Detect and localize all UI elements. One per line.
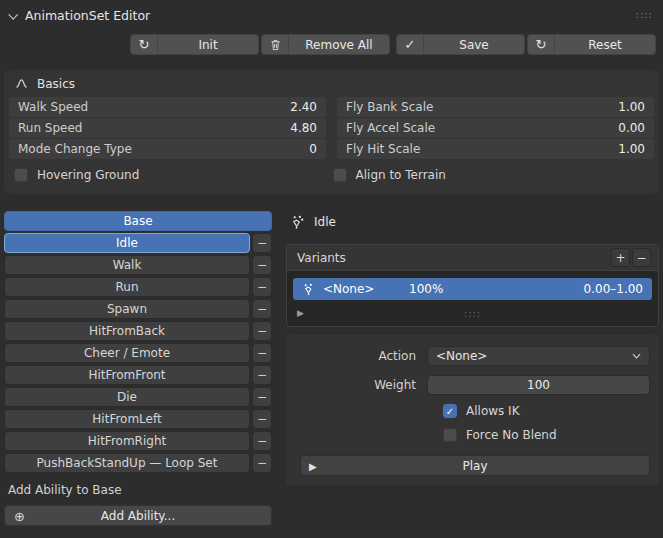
variant-name: <None> [323,282,409,296]
variant-add-button[interactable]: + [611,248,630,267]
anim-list-row: Die − [4,387,272,407]
remove-all-button[interactable]: Remove All [261,34,390,55]
anim-list-row: Idle − [4,233,272,253]
init-button-label: Init [158,35,258,54]
variants-title: Variants [297,251,609,265]
variants-header: Variants + − [287,245,658,271]
save-button-label: Save [424,35,524,54]
anim-item-hitfromfront[interactable]: HitFromFront [4,365,250,385]
remove-item-button[interactable]: − [252,453,272,473]
remove-item-button[interactable]: − [252,255,272,275]
remove-item-button[interactable]: − [252,233,272,253]
save-button[interactable]: ✓ Save [396,34,525,55]
toolbar: ↻ Init Remove All ✓ Save ↻ Reset [0,30,663,55]
field-label: Fly Bank Scale [346,100,433,114]
hovering-ground-checkbox[interactable]: Hovering Ground [14,168,333,182]
checkbox-box [443,428,457,442]
refresh-icon: ↻ [528,35,555,54]
anim-item-spawn[interactable]: Spawn [4,299,250,319]
editor-title: AnimationSet Editor [25,8,150,23]
header-grip-icon[interactable]: :::: [636,10,653,20]
weight-field[interactable]: 100 [427,375,650,395]
fly-bank-scale-field[interactable]: Fly Bank Scale 1.00 [337,97,654,117]
weight-row: Weight 100 [295,375,650,395]
run-speed-field[interactable]: Run Speed 4.80 [9,118,326,138]
anim-item-die[interactable]: Die [4,387,250,407]
refresh-icon: ↻ [131,35,158,54]
anim-list-row: PushBackStandUp — Loop Set − [4,453,272,473]
anim-list-row: HitFromFront − [4,365,272,385]
remove-item-button[interactable]: − [252,321,272,341]
add-ability-section-title: Add Ability to Base [8,483,270,497]
align-to-terrain-checkbox[interactable]: Align to Terrain [333,168,652,182]
add-ability-button-label: Add Ability... [101,509,175,523]
main-area: Base Idle − Walk − Run − Spawn − HitFrom… [0,211,663,526]
basics-header[interactable]: Basics [4,70,659,97]
field-label: Run Speed [18,121,82,135]
anim-item-hitfromback[interactable]: HitFromBack [4,321,250,341]
mode-change-type-field[interactable]: Mode Change Type 0 [9,139,326,159]
reset-button[interactable]: ↻ Reset [527,34,656,55]
action-dropdown-value: <None> [436,349,487,363]
collapse-chevron-icon[interactable] [8,9,18,19]
variant-range: 0.00–1.00 [584,282,643,296]
play-button[interactable]: ▶ Play [300,455,650,476]
anim-item-hitfromleft[interactable]: HitFromLeft [4,409,250,429]
toolbar-group-right: ✓ Save ↻ Reset [396,34,656,55]
detail-header: Idle [286,211,659,233]
remove-item-button[interactable]: − [252,409,272,429]
action-dropdown[interactable]: <None> [427,346,650,366]
remove-item-button[interactable]: − [252,387,272,407]
variant-form-panel: Action <None> Weight 100 ✓ [286,335,659,485]
trash-icon [262,35,289,54]
anim-list-row: Run − [4,277,272,297]
checkbox-box: ✓ [443,404,457,418]
remove-item-button[interactable]: − [252,343,272,363]
anim-list-row: HitFromRight − [4,431,272,451]
check-icon: ✓ [397,35,424,54]
detail-title: Idle [314,215,336,229]
variants-panel: Variants + − <N [286,244,659,327]
play-button-label: Play [462,459,487,473]
basics-fields-right: Fly Bank Scale 1.00 Fly Accel Scale 0.00… [337,97,654,159]
anim-item-cheer-emote[interactable]: Cheer / Emote [4,343,250,363]
anim-list-row: Walk − [4,255,272,275]
remove-item-button[interactable]: − [252,431,272,451]
add-ability-button[interactable]: ⊕ Add Ability... [4,505,272,526]
variants-list-footer: ▶ :::: [287,300,658,326]
anim-item-pushbackstandup[interactable]: PushBackStandUp — Loop Set [4,453,250,473]
anim-item-run[interactable]: Run [4,277,250,297]
walk-speed-field[interactable]: Walk Speed 2.40 [9,97,326,117]
basics-title: Basics [37,77,75,91]
list-resize-grip-icon[interactable]: :::: [464,308,481,319]
basics-icon [15,77,28,90]
allows-ik-checkbox[interactable]: ✓ Allows IK [295,404,650,418]
variant-row[interactable]: <None> 100% 0.00–1.00 [293,278,652,300]
anim-item-walk[interactable]: Walk [4,255,250,275]
pose-icon [290,215,305,230]
basics-checkbox-row: Hovering Ground Align to Terrain [4,159,659,192]
anim-item-idle[interactable]: Idle [4,233,250,253]
animation-detail: Idle Variants + − [286,211,659,485]
remove-item-button[interactable]: − [252,299,272,319]
animationset-editor-panel: AnimationSet Editor :::: ↻ Init Remove A… [0,0,663,538]
field-label: Mode Change Type [18,142,132,156]
remove-item-button[interactable]: − [252,277,272,297]
remove-item-button[interactable]: − [252,365,272,385]
field-value: 1.00 [618,142,645,156]
fly-accel-scale-field[interactable]: Fly Accel Scale 0.00 [337,118,654,138]
checkbox-label: Hovering Ground [37,168,139,182]
anim-item-hitfromright[interactable]: HitFromRight [4,431,250,451]
basics-fields-left: Walk Speed 2.40 Run Speed 4.80 Mode Chan… [9,97,326,159]
variant-remove-button[interactable]: − [632,248,651,267]
list-expander-icon[interactable]: ▶ [297,308,304,318]
action-row: Action <None> [295,346,650,366]
field-value: 0 [309,142,317,156]
anim-list-row: HitFromLeft − [4,409,272,429]
fly-hit-scale-field[interactable]: Fly Hit Scale 1.00 [337,139,654,159]
force-no-blend-checkbox[interactable]: Force No Blend [295,428,650,442]
anim-item-base[interactable]: Base [4,211,272,231]
field-value: 1.00 [618,100,645,114]
basics-fields: Walk Speed 2.40 Run Speed 4.80 Mode Chan… [4,97,659,159]
init-button[interactable]: ↻ Init [130,34,259,55]
